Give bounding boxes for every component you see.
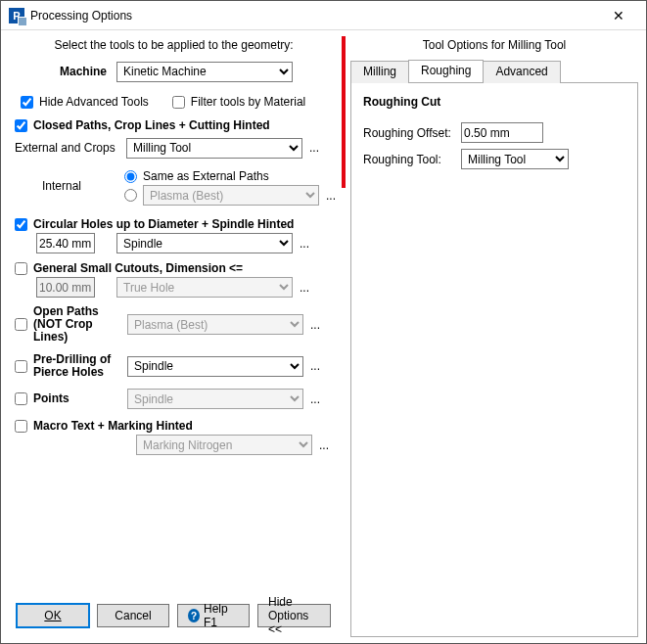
roughing-tool-label: Roughing Tool:: [363, 153, 461, 166]
internal-label: Internal: [9, 167, 124, 193]
points-checkbox[interactable]: [15, 392, 27, 405]
pre-drilling-checkbox[interactable]: [15, 360, 27, 373]
open-paths-checkbox[interactable]: [15, 318, 27, 331]
macro-text-checkbox[interactable]: Macro Text + Marking Hinted: [9, 419, 339, 433]
machine-combo[interactable]: Kinetic Machine: [116, 62, 293, 82]
right-caption: Tool Options for Milling Tool: [350, 38, 638, 52]
more-icon[interactable]: ...: [323, 189, 339, 203]
small-tool-combo[interactable]: True Hole: [116, 277, 293, 298]
ok-button[interactable]: OK: [17, 604, 89, 627]
hide-options-button[interactable]: Hide Options <<: [257, 604, 331, 627]
tab-strip: Milling Roughing Advanced: [350, 60, 638, 83]
circular-holes-checkbox[interactable]: Circular Holes up to Diameter + Spindle …: [9, 217, 339, 231]
tab-milling[interactable]: Milling: [350, 61, 409, 83]
closed-paths-checkbox[interactable]: Closed Paths, Crop Lines + Cutting Hinte…: [9, 118, 339, 132]
highlight-divider: [342, 36, 346, 188]
open-paths-label: Open Paths (NOT Crop Lines): [33, 305, 127, 344]
roughing-heading: Roughing Cut: [363, 95, 625, 109]
cancel-button[interactable]: Cancel: [97, 604, 169, 627]
close-icon[interactable]: ✕: [599, 8, 638, 23]
points-combo[interactable]: Spindle: [127, 389, 303, 409]
tab-roughing[interactable]: Roughing: [408, 60, 484, 82]
internal-other-radio[interactable]: [124, 189, 137, 202]
help-button[interactable]: ?Help F1: [177, 604, 250, 627]
machine-label: Machine: [9, 65, 116, 78]
small-dim-input[interactable]: [36, 277, 95, 298]
tab-body: Roughing Cut Roughing Offset: Roughing T…: [350, 83, 638, 637]
pre-drilling-label: Pre-Drilling of Pierce Holes: [33, 353, 127, 379]
content-area: Select the tools to be applied to the ge…: [1, 30, 646, 643]
dialog-window: P Processing Options ✕ Select the tools …: [0, 0, 647, 644]
titlebar: P Processing Options ✕: [1, 1, 646, 30]
app-icon: P: [9, 8, 24, 23]
more-icon[interactable]: ...: [307, 318, 323, 332]
pre-drilling-combo[interactable]: Spindle: [127, 356, 303, 377]
left-caption: Select the tools to be applied to the ge…: [9, 38, 339, 52]
internal-combo[interactable]: Plasma (Best): [143, 185, 319, 206]
small-cutouts-checkbox[interactable]: General Small Cutouts, Dimension <=: [9, 261, 339, 275]
hide-advanced-tools-checkbox[interactable]: Hide Advanced Tools: [15, 95, 149, 109]
external-crops-label: External and Crops: [9, 141, 126, 155]
more-icon[interactable]: ...: [307, 359, 323, 373]
roughing-offset-input[interactable]: [461, 122, 543, 143]
more-icon[interactable]: ...: [316, 438, 332, 452]
points-label: Points: [33, 392, 127, 405]
more-icon[interactable]: ...: [297, 281, 312, 295]
roughing-tool-combo[interactable]: Milling Tool: [461, 149, 569, 169]
help-icon: ?: [188, 609, 200, 622]
circular-tool-combo[interactable]: Spindle: [116, 233, 293, 253]
right-pane: Tool Options for Milling Tool Milling Ro…: [343, 30, 646, 643]
macro-combo[interactable]: Marking Nitrogen: [136, 435, 312, 455]
tab-advanced[interactable]: Advanced: [483, 61, 560, 83]
filter-by-material-checkbox[interactable]: Filter tools by Material: [166, 95, 305, 109]
left-pane: Select the tools to be applied to the ge…: [1, 30, 343, 643]
window-title: Processing Options: [30, 9, 599, 23]
roughing-offset-label: Roughing Offset:: [363, 126, 461, 140]
circular-dia-input[interactable]: [36, 233, 95, 253]
external-crops-combo[interactable]: Milling Tool: [126, 138, 302, 159]
more-icon[interactable]: ...: [297, 237, 312, 251]
internal-same-radio[interactable]: Same as External Paths: [124, 169, 339, 183]
more-icon[interactable]: ...: [306, 141, 322, 155]
open-paths-combo[interactable]: Plasma (Best): [127, 314, 303, 335]
more-icon[interactable]: ...: [307, 392, 323, 406]
button-bar: OK Cancel ?Help F1 Hide Options <<: [9, 598, 339, 637]
